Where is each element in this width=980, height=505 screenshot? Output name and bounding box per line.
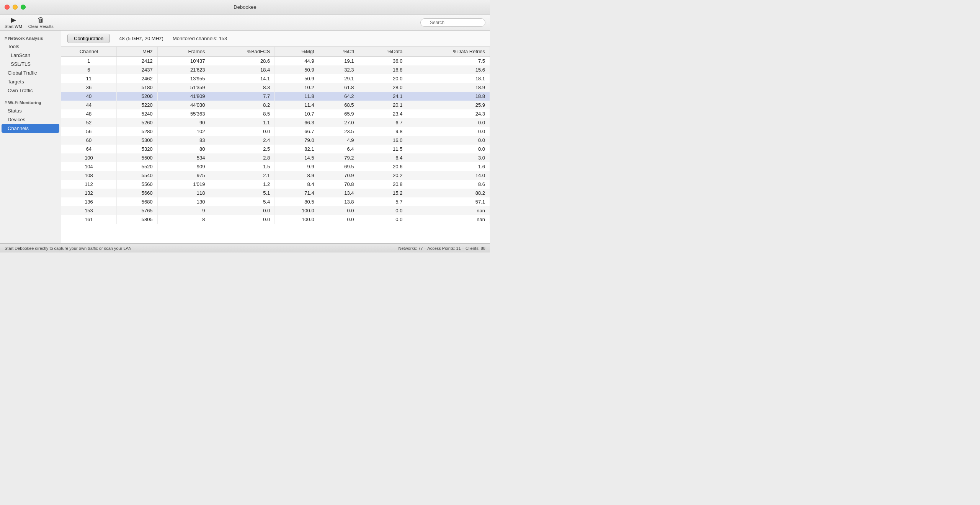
sidebar-item-global-traffic[interactable]: Global Traffic [0, 68, 61, 77]
cell-bad-fcs: 18.4 [210, 65, 275, 74]
table-row[interactable]: 112 5560 1'019 1.2 8.4 70.8 20.8 8.6 [61, 180, 490, 189]
table-row[interactable]: 60 5300 83 2.4 79.0 4.9 16.0 0.0 [61, 136, 490, 145]
configuration-button[interactable]: Configuration [67, 34, 110, 43]
cell-bad-fcs: 14.1 [210, 74, 275, 83]
cell-ctl: 0.0 [319, 206, 359, 215]
cell-mhz: 5320 [116, 145, 157, 153]
cell-channel: 100 [61, 153, 116, 162]
cell-data: 6.4 [359, 153, 407, 162]
close-button[interactable] [5, 5, 10, 10]
sidebar-item-lanscan[interactable]: LanScan [0, 51, 61, 60]
cell-data-retries: 1.6 [407, 162, 490, 171]
clear-results-button[interactable]: 🗑 Clear Results [28, 16, 54, 29]
sidebar-item-channels[interactable]: Channels [2, 124, 59, 133]
cell-bad-fcs: 28.6 [210, 57, 275, 66]
sidebar-item-ssl-tls[interactable]: SSL/TLS [0, 60, 61, 68]
cell-mgt: 14.5 [275, 153, 319, 162]
col-mgt: %Mgt [275, 47, 319, 57]
table-row[interactable]: 136 5680 130 5.4 80.5 13.8 5.7 57.1 [61, 197, 490, 206]
cell-bad-fcs: 1.1 [210, 118, 275, 127]
cell-mhz: 5500 [116, 153, 157, 162]
cell-frames: 130 [157, 197, 210, 206]
cell-bad-fcs: 2.1 [210, 171, 275, 180]
minimize-button[interactable] [13, 5, 18, 10]
table-row[interactable]: 161 5805 8 0.0 100.0 0.0 0.0 nan [61, 215, 490, 224]
cell-data-retries: 14.0 [407, 171, 490, 180]
search-input[interactable] [420, 18, 485, 27]
table-row[interactable]: 64 5320 80 2.5 82.1 6.4 11.5 0.0 [61, 145, 490, 153]
cell-mgt: 50.9 [275, 74, 319, 83]
statusbar: Start Debookee directly to capture your … [0, 243, 490, 252]
table-row[interactable]: 100 5500 534 2.8 14.5 79.2 6.4 3.0 [61, 153, 490, 162]
cell-data-retries: 7.5 [407, 57, 490, 66]
traffic-lights [5, 5, 26, 10]
cell-ctl: 69.5 [319, 162, 359, 171]
cell-frames: 80 [157, 145, 210, 153]
cell-channel: 56 [61, 127, 116, 136]
play-icon: ▶ [11, 16, 16, 23]
start-wm-button[interactable]: ▶ Start WM [5, 16, 22, 29]
sidebar-item-tools[interactable]: Tools [0, 42, 61, 51]
col-bad-fcs: %BadFCS [210, 47, 275, 57]
cell-bad-fcs: 0.0 [210, 127, 275, 136]
cell-mhz: 5540 [116, 171, 157, 180]
cell-mhz: 5180 [116, 83, 157, 92]
cell-channel: 112 [61, 180, 116, 189]
cell-frames: 21'623 [157, 65, 210, 74]
cell-bad-fcs: 2.5 [210, 145, 275, 153]
table-row[interactable]: 11 2462 13'955 14.1 50.9 29.1 20.0 18.1 [61, 74, 490, 83]
table-row[interactable]: 6 2437 21'623 18.4 50.9 32.3 16.8 15.6 [61, 65, 490, 74]
cell-ctl: 64.2 [319, 92, 359, 101]
cell-data-retries: 0.0 [407, 127, 490, 136]
sidebar-item-own-traffic[interactable]: Own Traffic [0, 86, 61, 95]
cell-data: 28.0 [359, 83, 407, 92]
cell-mgt: 9.9 [275, 162, 319, 171]
maximize-button[interactable] [21, 5, 26, 10]
cell-mhz: 5560 [116, 180, 157, 189]
cell-frames: 8 [157, 215, 210, 224]
cell-bad-fcs: 0.0 [210, 215, 275, 224]
table-row[interactable]: 44 5220 44'030 8.2 11.4 68.5 20.1 25.9 [61, 101, 490, 109]
table-row[interactable]: 104 5520 909 1.5 9.9 69.5 20.6 1.6 [61, 162, 490, 171]
cell-bad-fcs: 2.4 [210, 136, 275, 145]
table-row[interactable]: 52 5260 90 1.1 66.3 27.0 6.7 0.0 [61, 118, 490, 127]
table-row[interactable]: 1 2412 10'437 28.6 44.9 19.1 36.0 7.5 [61, 57, 490, 66]
cell-mhz: 5220 [116, 101, 157, 109]
cell-channel: 48 [61, 109, 116, 118]
cell-bad-fcs: 1.2 [210, 180, 275, 189]
cell-ctl: 0.0 [319, 215, 359, 224]
table-row[interactable]: 132 5660 118 5.1 71.4 13.4 15.2 88.2 [61, 189, 490, 197]
cell-data-retries: 24.3 [407, 109, 490, 118]
cell-mgt: 50.9 [275, 65, 319, 74]
cell-data-retries: 18.8 [407, 92, 490, 101]
cell-channel: 104 [61, 162, 116, 171]
cell-data: 16.0 [359, 136, 407, 145]
cell-data: 0.0 [359, 215, 407, 224]
cell-channel: 132 [61, 189, 116, 197]
sidebar-item-targets[interactable]: Targets [0, 77, 61, 86]
cell-mhz: 5200 [116, 92, 157, 101]
table-row[interactable]: 48 5240 55'363 8.5 10.7 65.9 23.4 24.3 [61, 109, 490, 118]
cell-frames: 1'019 [157, 180, 210, 189]
cell-mgt: 10.2 [275, 83, 319, 92]
cell-ctl: 27.0 [319, 118, 359, 127]
cell-data-retries: 3.0 [407, 153, 490, 162]
sidebar-item-status[interactable]: Status [0, 106, 61, 115]
cell-mgt: 11.4 [275, 101, 319, 109]
start-wm-label: Start WM [5, 24, 22, 29]
table-row[interactable]: 36 5180 51'359 8.3 10.2 61.8 28.0 18.9 [61, 83, 490, 92]
cell-mhz: 2462 [116, 74, 157, 83]
table-row[interactable]: 40 5200 41'809 7.7 11.8 64.2 24.1 18.8 [61, 92, 490, 101]
channels-table: Channel MHz Frames %BadFCS %Mgt %Ctl %Da… [61, 47, 490, 224]
cell-data: 0.0 [359, 206, 407, 215]
wifi-monitoring-header: # Wi-Fi Monitoring [0, 98, 61, 106]
sidebar-item-devices[interactable]: Devices [0, 115, 61, 124]
table-row[interactable]: 108 5540 975 2.1 8.9 70.9 20.2 14.0 [61, 171, 490, 180]
table-row[interactable]: 153 5765 9 0.0 100.0 0.0 0.0 nan [61, 206, 490, 215]
table-row[interactable]: 56 5280 102 0.0 66.7 23.5 9.8 0.0 [61, 127, 490, 136]
col-frames: Frames [157, 47, 210, 57]
cell-data: 20.0 [359, 74, 407, 83]
cell-data-retries: 18.9 [407, 83, 490, 92]
cell-channel: 36 [61, 83, 116, 92]
config-bar: Configuration 48 (5 GHz, 20 MHz) Monitor… [61, 31, 490, 47]
